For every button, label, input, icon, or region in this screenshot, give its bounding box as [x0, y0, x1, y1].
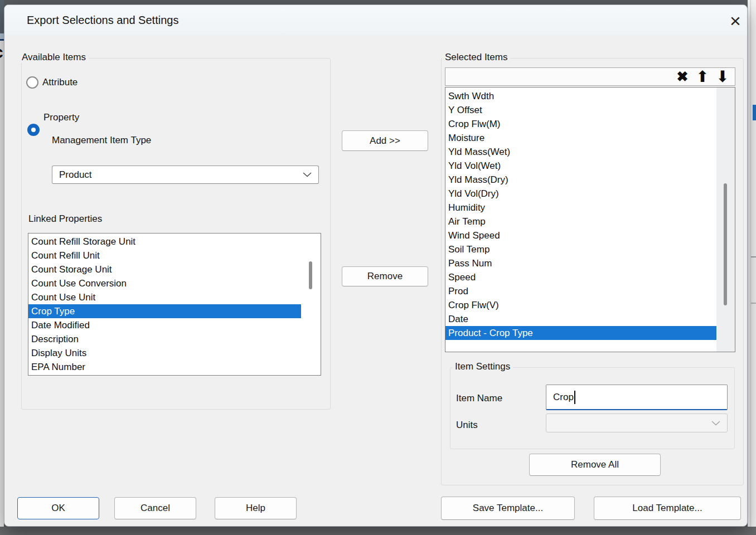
linked-properties-rows: Count Refill Storage UnitCount Refill Un…	[28, 234, 301, 375]
move-up-icon[interactable]: ⬆	[692, 68, 713, 85]
export-selections-dialog: Export Selections and Settings × Availab…	[4, 4, 748, 527]
management-item-type-value: Product	[59, 169, 92, 181]
cancel-button[interactable]: Cancel	[114, 497, 196, 519]
list-item[interactable]: Soil Temp	[445, 242, 716, 256]
background-window-sliver	[751, 256, 756, 257]
list-item[interactable]: Crop Flw(M)	[445, 117, 716, 131]
selected-items-toolbar: ✖ ⬆ ⬇	[445, 67, 735, 86]
item-name-value: Crop	[553, 392, 574, 403]
property-radio-label[interactable]: Property	[43, 111, 79, 124]
units-select[interactable]	[546, 414, 728, 432]
item-name-input[interactable]: Crop	[546, 385, 728, 410]
background-window-sliver	[748, 0, 756, 527]
list-item[interactable]: Date	[445, 312, 716, 326]
item-settings-group-label: Item Settings	[452, 361, 513, 372]
save-template-button[interactable]: Save Template...	[441, 497, 575, 520]
units-label: Units	[456, 420, 478, 431]
list-item[interactable]: Yld Mass(Dry)	[445, 173, 716, 187]
background-clipped-text: c	[0, 44, 3, 61]
help-button[interactable]: Help	[215, 497, 297, 519]
background-window-sliver	[0, 0, 4, 33]
list-item[interactable]: Display Units	[28, 346, 301, 360]
attribute-radio[interactable]	[26, 76, 38, 89]
list-item[interactable]: Swth Wdth	[445, 89, 716, 103]
close-button[interactable]: ×	[723, 9, 748, 32]
list-item[interactable]: Product - Crop Type	[445, 326, 716, 340]
selected-items-group-label: Selected Items	[442, 52, 510, 63]
management-item-type-label: Management Item Type	[52, 135, 151, 146]
add-button[interactable]: Add >>	[342, 130, 428, 151]
available-items-group-label: Available Items	[19, 52, 89, 63]
ok-button[interactable]: OK	[17, 497, 99, 519]
move-down-icon[interactable]: ⬇	[713, 68, 733, 85]
list-item[interactable]: Prod	[445, 284, 716, 298]
background-window-sliver	[0, 33, 4, 39]
list-item[interactable]: EPA Number	[28, 360, 301, 374]
list-item[interactable]: Count Refill Unit	[28, 249, 301, 262]
list-item[interactable]: Count Use Unit	[28, 290, 301, 304]
dialog-title: Export Selections and Settings	[27, 5, 178, 35]
list-item[interactable]: Crop Flw(V)	[445, 298, 716, 312]
item-name-label: Item Name	[456, 393, 502, 404]
list-item[interactable]: Air Temp	[445, 215, 716, 228]
list-item[interactable]: Count Storage Unit	[28, 262, 301, 276]
list-item[interactable]: Moisture	[445, 131, 716, 145]
list-item[interactable]: Date Modified	[28, 318, 301, 332]
attribute-radio-label[interactable]: Attribute	[42, 76, 77, 89]
scrollbar-thumb[interactable]	[724, 183, 727, 305]
list-item[interactable]: Y Offset	[445, 103, 716, 117]
list-item[interactable]: Speed	[445, 270, 716, 284]
list-item[interactable]: Count Refill Storage Unit	[28, 235, 301, 249]
background-window-sliver	[751, 303, 756, 304]
background-accent-mark	[753, 105, 756, 120]
selected-items-rows: Swth WdthY OffsetCrop Flw(M)MoistureYld …	[445, 87, 716, 352]
background-window-sliver	[750, 0, 751, 527]
list-item[interactable]: Wind Speed	[445, 228, 716, 242]
list-item[interactable]: Description	[28, 332, 301, 346]
background-window-sliver: c	[0, 41, 4, 527]
scrollbar-thumb[interactable]	[309, 261, 312, 289]
property-radio[interactable]	[27, 124, 40, 136]
list-item[interactable]: Pass Num	[445, 256, 716, 270]
text-caret	[574, 391, 575, 404]
chevron-down-icon	[711, 421, 720, 426]
remove-all-button[interactable]: Remove All	[529, 454, 661, 476]
desktop-strip	[0, 527, 756, 535]
linked-properties-listbox[interactable]: Count Refill Storage UnitCount Refill Un…	[28, 233, 321, 376]
delete-icon[interactable]: ✖	[672, 68, 692, 85]
list-item[interactable]: Count Use Conversion	[28, 276, 301, 290]
management-item-type-select[interactable]: Product	[52, 166, 319, 184]
selected-items-listbox[interactable]: Swth WdthY OffsetCrop Flw(M)MoistureYld …	[445, 87, 735, 352]
list-item[interactable]: Yld Vol(Wet)	[445, 159, 716, 173]
list-item[interactable]: Yld Mass(Wet)	[445, 145, 716, 159]
list-item[interactable]: Yld Vol(Dry)	[445, 187, 716, 201]
remove-button[interactable]: Remove	[342, 266, 428, 286]
chevron-down-icon	[303, 172, 312, 177]
linked-properties-label: Linked Properties	[28, 213, 102, 225]
list-item[interactable]: Humidity	[445, 201, 716, 215]
load-template-button[interactable]: Load Template...	[594, 497, 741, 520]
list-item[interactable]: Crop Type	[28, 304, 301, 318]
